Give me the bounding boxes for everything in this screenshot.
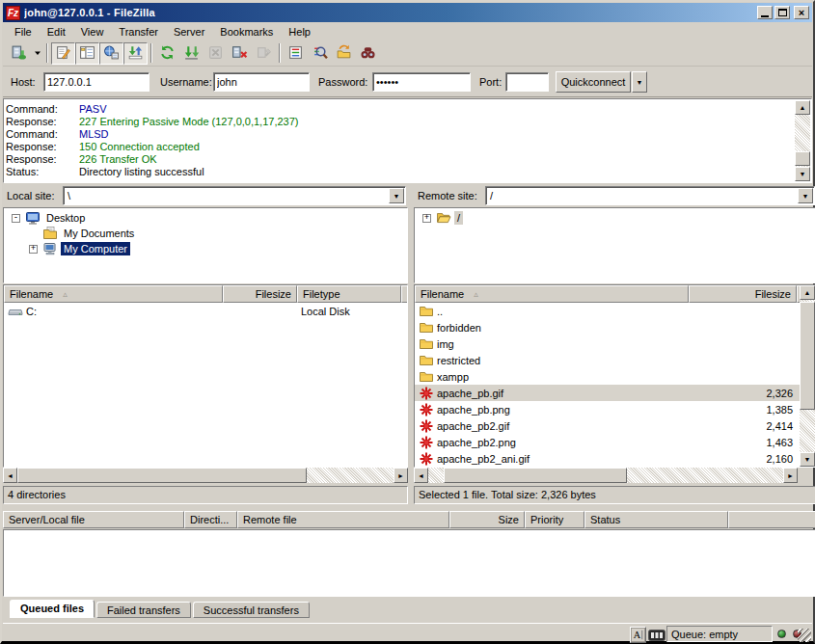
column-header-filesize[interactable]: Filesize: [223, 285, 297, 303]
sync-browsing-button[interactable]: [332, 42, 356, 65]
column-header-priority[interactable]: Priority: [525, 511, 584, 528]
menu-item-view[interactable]: View: [73, 24, 112, 40]
tree-expander-icon[interactable]: -: [12, 214, 20, 223]
toggle-remote-tree-button[interactable]: [99, 42, 123, 65]
scrollbar-track[interactable]: [428, 468, 783, 483]
scroll-up-button[interactable]: [795, 100, 810, 115]
scrollbar-track[interactable]: [795, 115, 810, 167]
tree-expander-icon[interactable]: +: [422, 214, 431, 223]
log-vertical-scrollbar[interactable]: [795, 100, 810, 181]
maximize-button[interactable]: [774, 6, 790, 19]
my-computer-icon: [42, 241, 58, 256]
quickconnect-button[interactable]: Quickconnect: [556, 71, 631, 93]
scroll-left-button[interactable]: [3, 468, 17, 483]
column-header-filename[interactable]: Filename▵: [4, 285, 223, 303]
log-line-label: Response:: [6, 116, 79, 128]
resize-grip[interactable]: [798, 629, 811, 642]
tree-item-my-computer[interactable]: +My Computer: [4, 241, 407, 256]
column-header-filetype[interactable]: Filetype: [297, 285, 401, 303]
scrollbar-thumb[interactable]: [17, 468, 307, 483]
column-header-status[interactable]: Status: [584, 511, 728, 528]
refresh-button[interactable]: [155, 42, 179, 65]
find-files-button[interactable]: [356, 42, 380, 65]
file-row-forbidden[interactable]: forbidden: [415, 319, 800, 335]
column-header-l[interactable]: L: [401, 285, 407, 303]
data-type-icon[interactable]: A: [630, 627, 646, 643]
scroll-up-button[interactable]: [800, 285, 815, 300]
close-button[interactable]: ×: [794, 6, 809, 19]
tree-item-label: /: [454, 211, 463, 225]
scroll-down-button[interactable]: [795, 167, 810, 181]
file-row-apache-pb2-gif[interactable]: apache_pb2.gif2,414: [415, 417, 800, 434]
file-name: apache_pb2_ani.gif: [437, 453, 530, 465]
password-input[interactable]: [372, 72, 471, 92]
scrollbar-track[interactable]: [17, 468, 394, 483]
menu-item-file[interactable]: File: [7, 24, 40, 40]
quickconnect-dropdown-button[interactable]: [632, 71, 647, 93]
file-row-xampp[interactable]: xampp: [415, 368, 800, 385]
log-line-label: Response:: [6, 141, 79, 153]
tree-item-my-documents[interactable]: My Documents: [4, 226, 407, 241]
local-status-text: 4 directories: [3, 486, 408, 504]
file-row-apache-pb-gif[interactable]: apache_pb.gif2,326: [415, 385, 800, 401]
column-header-label: Directi...: [190, 514, 229, 525]
minimize-button[interactable]: [757, 6, 773, 19]
tab-queued-files[interactable]: Queued files: [10, 600, 95, 618]
scrollbar-track[interactable]: [800, 300, 815, 452]
tree-expander-icon[interactable]: +: [29, 245, 38, 254]
local-site-dropdown-icon[interactable]: [389, 188, 404, 203]
tree-item-desktop[interactable]: -Desktop: [4, 210, 407, 226]
toggle-transfer-queue-button[interactable]: [123, 42, 148, 65]
scrollbar-thumb[interactable]: [800, 302, 815, 410]
process-queue-button[interactable]: [179, 42, 204, 65]
toggle-local-tree-button[interactable]: [75, 42, 99, 65]
scroll-right-button[interactable]: [783, 468, 798, 483]
scroll-down-button[interactable]: [800, 452, 815, 467]
username-input[interactable]: [213, 72, 310, 92]
disconnect-button[interactable]: [228, 42, 252, 65]
file-row-c[interactable]: C:Local Disk: [4, 303, 407, 319]
file-row-apache-pb2-png[interactable]: apache_pb2.png1,463: [415, 434, 800, 450]
scrollbar-thumb[interactable]: [795, 151, 810, 166]
column-header-directi[interactable]: Directi...: [184, 511, 237, 528]
column-header-size[interactable]: Size: [449, 511, 525, 528]
column-header-label: Status: [590, 514, 620, 525]
column-header-remote-file[interactable]: Remote file: [237, 511, 449, 528]
scroll-left-button[interactable]: [414, 468, 428, 483]
column-header-server-local-file[interactable]: Server/Local file: [3, 511, 184, 528]
tab-failed-transfers[interactable]: Failed transfers: [96, 602, 191, 618]
local-site-combo[interactable]: \: [63, 186, 406, 205]
tree-item-label: My Computer: [61, 242, 130, 255]
remote-vertical-scrollbar[interactable]: [800, 285, 815, 467]
menu-item-edit[interactable]: Edit: [40, 24, 73, 40]
toggle-message-log-button[interactable]: [51, 42, 75, 65]
file-row-restricted[interactable]: restricted: [415, 352, 800, 368]
host-input[interactable]: [43, 72, 149, 92]
file-row-apache-pb-png[interactable]: apache_pb.png1,385: [415, 401, 800, 417]
speed-limits-icon[interactable]: [648, 630, 666, 641]
site-manager-dropdown-button[interactable]: [31, 42, 43, 65]
remote-list-rows: ..forbiddenimgrestrictedxamppapache_pb.g…: [415, 303, 800, 467]
remote-site-combo[interactable]: /: [485, 186, 815, 205]
local-horizontal-scrollbar[interactable]: [3, 468, 408, 483]
toolbar-separator: [46, 43, 48, 63]
site-manager-button[interactable]: [7, 42, 31, 65]
menu-item-bookmarks[interactable]: Bookmarks: [212, 24, 281, 40]
scroll-right-button[interactable]: [394, 468, 408, 483]
menu-item-server[interactable]: Server: [166, 24, 212, 40]
remote-horizontal-scrollbar[interactable]: [414, 468, 798, 483]
port-input[interactable]: [505, 72, 549, 92]
column-header-filename[interactable]: Filename▵: [415, 285, 689, 303]
file-row-apache-pb2-ani-gif[interactable]: apache_pb2_ani.gif2,160: [415, 450, 800, 467]
tab-successful-transfers[interactable]: Successful transfers: [193, 602, 310, 618]
compare-button[interactable]: [308, 42, 332, 65]
column-header-filesize[interactable]: Filesize: [689, 285, 797, 303]
filter-button[interactable]: [284, 42, 308, 65]
remote-site-dropdown-icon[interactable]: [798, 188, 813, 203]
file-row-img[interactable]: img: [415, 335, 800, 352]
file-row-[interactable]: ..: [415, 303, 800, 319]
tree-item-[interactable]: +/: [415, 210, 815, 226]
scrollbar-thumb[interactable]: [444, 468, 627, 483]
menu-item-transfer[interactable]: Transfer: [111, 24, 166, 40]
menu-item-help[interactable]: Help: [281, 24, 318, 40]
